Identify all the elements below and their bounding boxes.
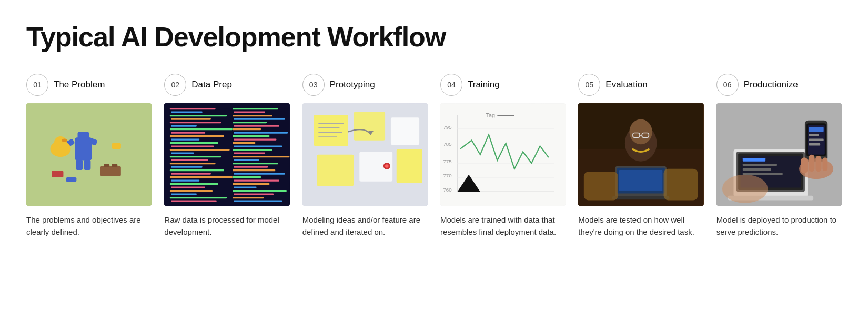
step-image-4: 795 785 775 770 760 Tag [440,103,566,206]
svg-rect-135 [815,156,821,172]
svg-rect-29 [170,149,230,151]
svg-rect-77 [317,155,354,186]
step-description-4: Models are trained with data that resemb… [440,214,566,238]
svg-rect-15 [66,177,76,182]
svg-rect-46 [234,111,265,113]
step-label-5: 05 Evaluation [578,74,703,96]
svg-rect-42 [171,193,197,195]
svg-rect-59 [233,156,289,157]
step-description-1: The problems and objectives are clearly … [26,214,152,238]
step-image-2 [164,103,289,206]
svg-rect-54 [234,138,276,140]
svg-rect-49 [233,122,267,123]
svg-rect-35 [170,169,224,171]
svg-rect-129 [809,134,819,136]
svg-rect-25 [170,135,224,137]
svg-rect-79 [396,149,422,183]
svg-rect-56 [234,145,282,147]
svg-rect-75 [354,112,385,140]
svg-point-9 [62,138,67,142]
step-number-3: 03 [302,74,325,96]
svg-rect-5 [76,159,83,169]
step-description-6: Model is deployed to production to serve… [716,214,842,238]
svg-rect-45 [233,108,278,109]
svg-rect-6 [84,159,90,169]
svg-rect-52 [234,132,288,133]
svg-rect-26 [171,138,199,140]
svg-rect-134 [809,155,814,172]
step-label-3: 03 Prototyping [302,74,428,96]
svg-point-137 [722,175,768,203]
step-title-3: Prototyping [330,79,375,90]
svg-rect-76 [391,117,419,145]
svg-text:775: 775 [443,158,452,164]
workflow-step-5: 05 Evaluation [578,74,703,238]
svg-rect-47 [233,115,272,116]
step-image-6 [716,103,842,206]
svg-rect-63 [233,169,275,171]
svg-rect-36 [171,173,211,174]
svg-text:Tag: Tag [486,112,495,118]
svg-rect-130 [809,138,823,141]
svg-rect-30 [171,152,194,154]
step-image-3 [302,103,428,206]
svg-rect-40 [171,186,205,188]
svg-rect-37 [170,176,233,178]
svg-rect-113 [584,172,618,200]
svg-rect-136 [822,157,827,171]
svg-rect-71 [233,197,264,198]
svg-rect-112 [619,170,662,191]
svg-rect-111 [612,196,669,199]
svg-rect-19 [170,115,227,116]
svg-rect-14 [112,143,120,149]
workflow-step-6: 06 Productionize [716,74,842,238]
svg-rect-33 [170,163,216,164]
svg-rect-18 [171,111,203,113]
svg-rect-121 [742,158,765,161]
svg-rect-24 [171,132,205,133]
svg-rect-2 [77,132,89,142]
svg-rect-53 [233,135,269,137]
svg-rect-58 [234,152,265,154]
svg-rect-55 [233,142,255,144]
step-label-2: 02 Data Prep [164,74,289,96]
svg-rect-41 [170,190,213,192]
svg-rect-13 [52,171,64,177]
svg-rect-43 [170,197,227,198]
step-number-1: 01 [26,74,48,96]
workflow-grid: 01 The Problem [26,74,842,238]
page-title: Typical AI Development Workflow [26,21,842,53]
svg-rect-28 [171,145,214,147]
step-image-5 [578,103,703,206]
step-title-5: Evaluation [605,79,647,90]
svg-rect-65 [233,176,261,178]
svg-rect-27 [170,142,218,144]
svg-rect-62 [234,166,268,167]
svg-rect-131 [809,143,820,145]
svg-rect-68 [234,186,256,188]
step-label-4: 04 Training [440,74,566,96]
step-image-1 [26,103,152,206]
svg-rect-128 [809,127,823,132]
svg-rect-51 [233,128,261,130]
step-title-1: The Problem [54,79,105,90]
svg-rect-21 [170,122,221,123]
svg-rect-64 [234,173,285,174]
step-number-5: 05 [578,74,600,96]
svg-point-85 [385,164,388,167]
svg-rect-114 [664,169,698,201]
step-description-2: Raw data is processed for model developm… [164,214,289,238]
workflow-step-3: 03 Prototyping [302,74,428,238]
step-label-6: 06 Productionize [716,74,842,96]
step-description-5: Models are tested on how well they're do… [578,214,703,238]
svg-rect-57 [233,149,272,151]
svg-rect-22 [171,125,197,126]
workflow-step-4: 04 Training 795 785 775 770 760 [440,74,566,238]
svg-rect-20 [171,118,211,119]
svg-rect-122 [742,164,776,166]
step-number-4: 04 [440,74,462,96]
svg-rect-32 [171,159,208,161]
step-title-2: Data Prep [191,79,232,90]
svg-rect-38 [171,179,199,181]
svg-rect-39 [170,183,218,185]
